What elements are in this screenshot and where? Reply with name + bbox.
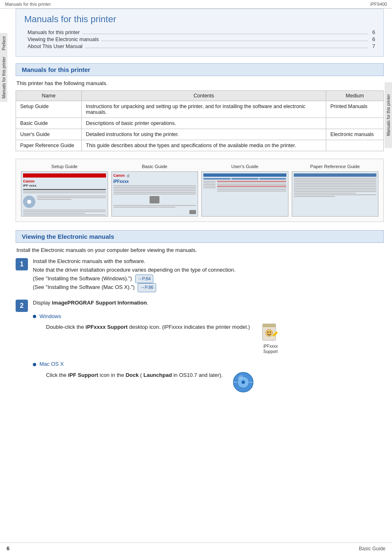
page-title-section: Manuals for this printer Manuals for thi… [16,9,384,57]
toc: Manuals for this printer 6 Viewing the E… [24,30,375,49]
bullet-windows-desc: Double-click the iPFxxxx Support desktop… [39,323,250,332]
table-cell-name-1: Basic Guide [16,118,82,129]
step2-line1-end: . [147,300,148,306]
svg-point-3 [267,332,269,333]
table-cell-contents-2: Detailed instructions for using the prin… [82,129,326,140]
section2-intro: Install the Electronic manuals on your c… [16,247,384,253]
table-cell-name-2: User's Guide [16,129,82,140]
guide-thumb-user: User's Guide [201,164,288,217]
sidebar-left: Preface Manuals for this printer [0,33,7,102]
thumb-img-user [201,171,288,217]
table-row: Setup Guide Instructions for unpacking a… [16,101,384,118]
step1-link2-badge[interactable]: →P.86 [138,283,156,292]
mac-desc-bold2: Dock [126,372,139,378]
mac-desc-before: Click the [46,372,68,378]
bullet-dot-mac [33,363,36,366]
thumb-img-basic: Canon 🖨 iPFxxxx [111,171,198,217]
section2-heading-bar: Viewing the Electronic manuals [16,230,384,243]
toc-entry-0: Manuals for this printer 6 [24,30,375,35]
toc-label-2: About This User Manual [28,44,83,49]
step1-content: Install the Electronic manuals with the … [33,257,384,292]
svg-rect-1 [263,324,276,327]
step1-container: 1 Install the Electronic manuals with th… [16,257,384,292]
step1-links2: (See "Installing the Software (Mac OS X)… [33,283,384,292]
guide-thumb-label-basic: Basic Guide [142,164,167,169]
step1-link1-badge[interactable]: →P.84 [135,275,153,284]
breadcrumb-left: Manuals for this printer [5,2,51,7]
bullet-dot-windows [33,315,36,318]
step2-container: 2 Display imagePROGRAF Support Informati… [16,299,384,399]
toc-entry-1: Viewing the Electronic manuals 6 [24,37,375,42]
table-cell-name-3: Paper Reference Guide [16,140,82,151]
step2-content: Display imagePROGRAF Support Information… [33,299,384,399]
section1-heading-bar: Manuals for this printer [16,63,384,76]
svg-point-2 [265,329,273,337]
windows-desc-after: desktop icon. (iPFxxxx indicates the pri… [128,324,250,330]
main-content: Manuals for this printer Manuals for thi… [7,9,392,422]
table-cell-medium-3 [326,140,384,151]
toc-page-2: 7 [370,44,375,49]
mac-desc-middle2: ( [138,372,143,378]
windows-support-icon [260,323,281,344]
guide-thumb-label-setup: Setup Guide [51,164,78,169]
breadcrumb-right: iPF9400 [370,2,387,7]
thumb-img-setup: CanoniPF xxxx [21,171,108,217]
toc-dots-0 [82,34,368,34]
table-cell-name-0: Setup Guide [16,101,82,118]
mac-desc-bold3: Launchpad [143,372,172,378]
table-header-contents: Contents [82,91,326,101]
step1-number: 1 [16,258,28,270]
windows-support-label: iPFxxxx Support [263,344,278,354]
page-title: Manuals for this printer [24,14,375,25]
svg-point-9 [242,381,245,384]
toc-page-1: 6 [370,37,375,42]
guide-thumb-setup: Setup Guide CanoniPF xxxx [21,164,108,217]
bullet-windows-title: Windows [39,312,61,321]
thumb-img-paper [292,171,379,217]
mac-icon-area-wrap: Click the iPF Support icon in the Dock (… [39,371,384,393]
sidebar-right-label: Manuals for this printer [386,94,391,136]
table-cell-medium-0: Printed Manuals [326,101,384,118]
mac-desc-bold: iPF Support [68,372,98,378]
manuals-table: Name Contents Medium Setup Guide Instruc… [16,90,384,151]
table-cell-medium-1 [326,118,384,129]
windows-support-icon-area: iPFxxxx Support [258,323,283,354]
bottom-right-label: Basic Guide [359,546,385,552]
windows-icon-area: Double-click the iPFxxxx Support desktop… [39,323,384,354]
mac-support-icon [231,371,256,393]
step1-line2: Note that the driver installation proced… [33,266,384,275]
step1-link2-text: (See "Installing the Software (Mac OS X)… [33,284,135,290]
table-header-medium: Medium [326,91,384,101]
sidebar-right: Manuals for this printer [385,82,392,148]
guide-thumb-paper: Paper Reference Guide [292,164,379,217]
guides-row: Setup Guide CanoniPF xxxx [16,159,384,222]
windows-desc-before: Double-click the [46,324,85,330]
table-cell-contents-3: This guide describes about the types and… [82,140,326,151]
bullet-mac: Mac OS X Click the iPF Support icon in t… [33,360,384,393]
mac-desc-end: in OS10.7 and later). [172,372,223,378]
table-cell-contents-0: Instructions for unpacking and setting u… [82,101,326,118]
section1-intro: This printer has the following manuals. [16,80,384,86]
step1-links: (See "Installing the Software (Windows).… [33,275,384,284]
guide-thumb-label-paper: Paper Reference Guide [310,164,360,169]
sidebar-label-manuals: Manuals for this printer [1,53,7,102]
section1-title: Manuals for this printer [22,66,378,73]
step1-link1-text: (See "Installing the Software (Windows).… [33,275,132,282]
bottom-bar: 6 Basic Guide [0,542,392,554]
toc-page-0: 6 [370,30,375,35]
guide-thumb-label-user: User's Guide [231,164,258,169]
mac-desc-middle: icon in the [98,372,126,378]
table-row: Basic Guide Descriptions of basic printe… [16,118,384,129]
step2-number: 2 [16,300,28,312]
page-number: 6 [7,545,9,552]
toc-label-0: Manuals for this printer [28,30,80,35]
guide-thumb-basic: Basic Guide Canon 🖨 iPFxxxx [111,164,198,217]
step2-line1-before: Display [33,300,52,306]
table-header-name: Name [16,91,82,101]
section2-title: Viewing the Electronic manuals [22,233,378,240]
top-bar: Manuals for this printer iPF9400 [0,0,392,9]
step2-line1: Display imagePROGRAF Support Information… [33,299,384,307]
table-row: Paper Reference Guide This guide describ… [16,140,384,151]
bullet-mac-title: Mac OS X [39,360,64,369]
toc-entry-2: About This User Manual 7 [24,44,375,49]
